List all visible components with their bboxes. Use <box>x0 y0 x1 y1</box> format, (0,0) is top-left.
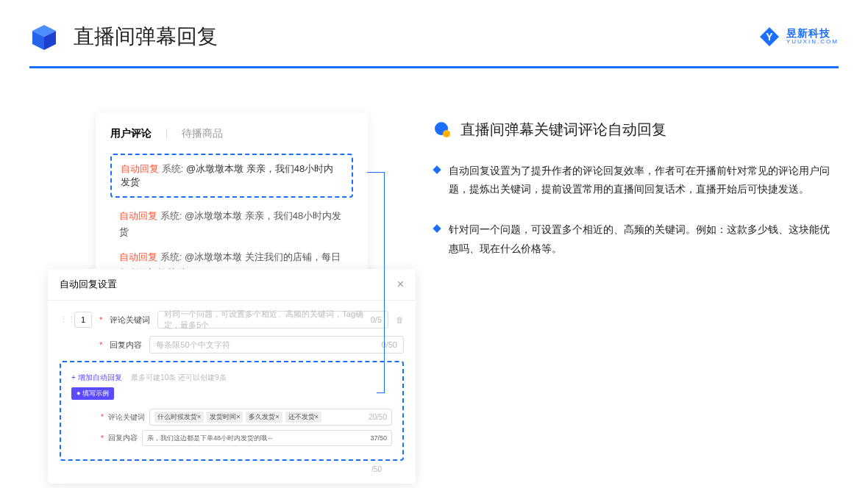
bullet-text: 自动回复设置为了提升作者的评论回复效率，作者可在开播前针对常见的评论用户问题，提… <box>449 162 839 198</box>
keyword-input[interactable]: 对同一个问题，可设置多个相近、高频的关键词，Tag确定，最多5个 0/5 <box>157 311 388 329</box>
close-icon[interactable]: × <box>397 278 404 291</box>
svg-text:Y: Y <box>766 31 773 43</box>
drag-handle-icon[interactable]: ⋮⋮ <box>60 315 67 325</box>
auto-reply-settings-dialog: 自动回复设置 × ⋮⋮ 1 * 评论关键词 对同一个问题，可设置多个相近、高频的… <box>48 269 416 484</box>
bullet-text: 针对同一个问题，可设置多个相近的、高频的关键词。例如：这款多少钱、这块能优惠吗、… <box>449 220 839 257</box>
content-input[interactable]: 每条限50个中文字符 0/50 <box>149 336 404 354</box>
example-content-input[interactable]: 亲，我们这边都是下单48小时内发货的哦～ 37/50 <box>142 430 392 446</box>
example-keyword-input[interactable]: 什么时候发货× 发货时间× 多久发货× 还不发货× 20/50 <box>149 409 392 426</box>
content-label: 回复内容 <box>110 340 142 351</box>
svg-point-6 <box>443 130 450 137</box>
cube-icon <box>29 22 59 51</box>
rule-number: 1 <box>74 312 92 328</box>
page-title: 直播间弹幕回复 <box>74 23 218 51</box>
example-badge: ● 填写示例 <box>71 387 114 400</box>
diamond-bullet-icon <box>433 225 441 233</box>
chat-bubble-icon <box>434 121 452 139</box>
brand-logo: Y 昱新科技 YUUXIN.COM <box>758 26 839 48</box>
connector-line <box>367 172 385 392</box>
tab-user-comments[interactable]: 用户评论 <box>110 127 152 140</box>
highlighted-message: 自动回复 系统: @冰墩墩本墩 亲亲，我们48小时内发货 <box>110 154 353 198</box>
logo-icon: Y <box>758 26 780 48</box>
message-item: 自动回复 系统: @冰墩墩本墩 亲亲，我们48小时内发货 <box>110 208 353 249</box>
section-title: 直播间弹幕关键词评论自动回复 <box>460 120 666 140</box>
trailing-counter: /50 <box>60 461 404 473</box>
add-rule-button[interactable]: + 增加自动回复 <box>71 373 122 381</box>
connector-line <box>377 392 385 393</box>
tab-pending-products[interactable]: 待播商品 <box>182 127 223 140</box>
dialog-title: 自动回复设置 <box>60 278 117 291</box>
trash-icon[interactable]: 🗑 <box>396 315 404 324</box>
keyword-label: 评论关键词 <box>110 315 150 326</box>
example-section: + 增加自动回复 最多可建10条 还可以创建9条 ● 填写示例 * 评论关键词 … <box>60 361 404 461</box>
diamond-bullet-icon <box>433 165 441 173</box>
